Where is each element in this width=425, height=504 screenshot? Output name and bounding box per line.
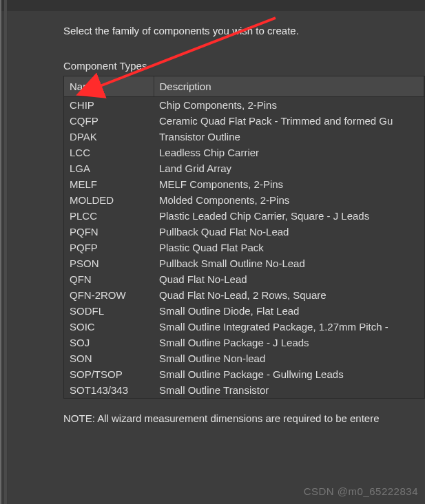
cell-description: Small Outline Package - J Leads: [154, 335, 424, 350]
table-row[interactable]: LCCLeadless Chip Carrier: [64, 145, 424, 160]
cell-name: CHIP: [64, 97, 154, 114]
table-row[interactable]: DPAKTransistor Outline: [64, 129, 424, 145]
column-header-description[interactable]: Description: [154, 76, 424, 97]
table-row[interactable]: SODFLSmall Outline Diode, Flat Lead: [64, 303, 424, 319]
table-row[interactable]: QFN-2ROWQuad Flat No-Lead, 2 Rows, Squar…: [64, 287, 424, 303]
cell-description: Leadless Chip Carrier: [154, 145, 424, 160]
cell-description: MELF Components, 2-Pins: [154, 176, 424, 192]
cell-name: LCC: [64, 145, 154, 160]
table-row[interactable]: MELFMELF Components, 2-Pins: [64, 176, 424, 192]
cell-name: LGA: [64, 160, 154, 176]
table-row[interactable]: MOLDEDMolded Components, 2-Pins: [64, 192, 424, 208]
title-bar: [0, 0, 425, 11]
sidebar-strip: [4, 0, 7, 504]
cell-name: QFN-2ROW: [64, 287, 154, 303]
cell-name: SOJ: [64, 335, 154, 350]
cell-name: SOT143/343: [64, 382, 154, 398]
cell-description: Small Outline Non-lead: [154, 350, 424, 366]
table-row[interactable]: CQFPCeramic Quad Flat Pack - Trimmed and…: [64, 113, 424, 129]
table-row[interactable]: SOP/TSOPSmall Outline Package - Gullwing…: [64, 366, 424, 382]
content-panel: Select the family of components you wish…: [8, 11, 425, 504]
table-row[interactable]: PLCCPlastic Leaded Chip Carrier, Square …: [64, 208, 424, 224]
cell-name: SOIC: [64, 319, 154, 335]
table-row[interactable]: QFNQuad Flat No-Lead: [64, 271, 424, 287]
section-label: Component Types: [63, 60, 425, 72]
cell-description: Small Outline Package - Gullwing Leads: [154, 366, 424, 382]
intro-text: Select the family of components you wish…: [63, 25, 425, 36]
cell-description: Small Outline Diode, Flat Lead: [154, 303, 424, 319]
cell-description: Molded Components, 2-Pins: [154, 192, 424, 208]
table-row[interactable]: CHIPChip Components, 2-Pins: [64, 97, 424, 114]
table-row[interactable]: SOJSmall Outline Package - J Leads: [64, 335, 424, 350]
table-row[interactable]: PQFPPlastic Quad Flat Pack: [64, 240, 424, 255]
table-row[interactable]: PQFNPullback Quad Flat No-Lead: [64, 224, 424, 240]
table-row[interactable]: PSONPullback Small Outline No-Lead: [64, 255, 424, 271]
cell-name: SODFL: [64, 303, 154, 319]
table-row[interactable]: SOICSmall Outline Integrated Package, 1.…: [64, 319, 424, 335]
cell-name: PSON: [64, 255, 154, 271]
cell-description: Quad Flat No-Lead, 2 Rows, Square: [154, 287, 424, 303]
note-text: NOTE: All wizard measurement dimensions …: [63, 412, 425, 424]
cell-name: PLCC: [64, 208, 154, 224]
cell-description: Small Outline Integrated Package, 1.27mm…: [154, 319, 424, 335]
cell-description: Pullback Small Outline No-Lead: [154, 255, 424, 271]
table-row[interactable]: SONSmall Outline Non-lead: [64, 350, 424, 366]
cell-description: Small Outline Transistor: [154, 382, 424, 398]
component-table-wrap: Name Description CHIPChip Components, 2-…: [63, 76, 425, 399]
cell-name: PQFP: [64, 240, 154, 255]
component-table: Name Description CHIPChip Components, 2-…: [64, 76, 424, 398]
cell-description: Plastic Leaded Chip Carrier, Square - J …: [154, 208, 424, 224]
table-header-row: Name Description: [64, 76, 424, 97]
cell-description: Land Grid Array: [154, 160, 424, 176]
column-header-name[interactable]: Name: [64, 76, 154, 97]
cell-description: Plastic Quad Flat Pack: [154, 240, 424, 255]
cell-name: PQFN: [64, 224, 154, 240]
cell-name: DPAK: [64, 129, 154, 145]
table-row[interactable]: LGALand Grid Array: [64, 160, 424, 176]
cell-name: SOP/TSOP: [64, 366, 154, 382]
cell-name: MOLDED: [64, 192, 154, 208]
cell-name: CQFP: [64, 113, 154, 129]
cell-description: Pullback Quad Flat No-Lead: [154, 224, 424, 240]
cell-description: Transistor Outline: [154, 129, 424, 145]
cell-description: Chip Components, 2-Pins: [154, 97, 424, 114]
cell-description: Quad Flat No-Lead: [154, 271, 424, 287]
cell-name: SON: [64, 350, 154, 366]
cell-name: QFN: [64, 271, 154, 287]
watermark: CSDN @m0_65222834: [304, 485, 418, 497]
table-row[interactable]: SOT143/343Small Outline Transistor: [64, 382, 424, 398]
cell-description: Ceramic Quad Flat Pack - Trimmed and for…: [154, 113, 424, 129]
cell-name: MELF: [64, 176, 154, 192]
